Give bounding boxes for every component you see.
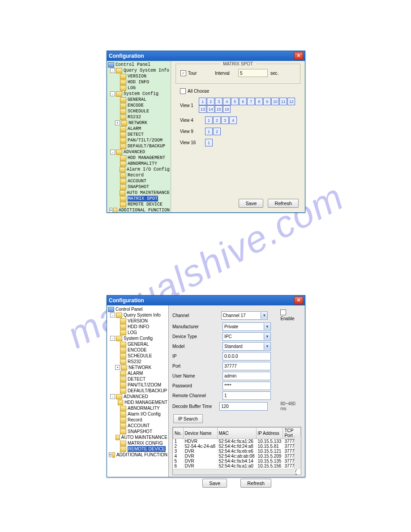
tree-item[interactable]: PAN/TILT/ZOOM [128, 382, 161, 388]
tree-item[interactable]: AUTO MAINTENANCE [121, 434, 167, 440]
tree-item[interactable]: VERSION [128, 318, 148, 324]
tree-group[interactable]: System Config [124, 335, 153, 341]
expand-icon[interactable]: - [110, 91, 115, 96]
table-row[interactable]: 5DVR52:54:4c:fa:b4:1410.15.5.13537777 [173, 459, 301, 463]
view-slot-13[interactable]: 13 [199, 105, 206, 113]
view-slot-10[interactable]: 10 [271, 98, 279, 105]
tree-item[interactable]: SNAPSHOT [128, 429, 152, 434]
tree-group[interactable]: Query System Info [124, 312, 161, 318]
table-row[interactable]: 4DVR52:54:4c:ab:ab:0810.15.5.20937777 [173, 454, 301, 459]
scrollbar-vertical[interactable] [294, 435, 301, 469]
view-slot-15[interactable]: 15 [215, 105, 223, 113]
tree-item[interactable]: NETWORK [128, 365, 151, 370]
tree-item[interactable]: SCHEDULE [128, 353, 152, 359]
view-slot-1[interactable]: 1 [199, 98, 206, 105]
tree-item[interactable]: SNAPSHOT [128, 184, 149, 190]
enable-checkbox[interactable] [280, 309, 286, 315]
view-slot-1[interactable]: 1 [205, 139, 213, 146]
tree-item[interactable]: ACCOUNT [128, 178, 146, 184]
tree-item[interactable]: SCHEDULE [128, 108, 149, 114]
ip-input[interactable] [223, 352, 271, 360]
expand-icon[interactable]: - [110, 336, 115, 341]
column-header[interactable]: MAC [217, 428, 256, 439]
ipsearch-button[interactable]: IP Search [173, 414, 203, 423]
tree-item[interactable]: GENERAL [128, 341, 149, 347]
model-select[interactable]: Standard▼ [223, 342, 271, 351]
nav-tree[interactable]: Control Panel-Query System InfoVERSIONHD… [107, 61, 171, 212]
tree-item[interactable]: DEFAULT/BACKUP [128, 388, 167, 394]
tree-group[interactable]: Query System Info [124, 68, 169, 73]
view-slot-2[interactable]: 2 [207, 98, 214, 105]
tree-item[interactable]: RS232 [128, 359, 141, 365]
view-slot-1[interactable]: 1 [205, 116, 213, 124]
column-header[interactable]: IP Address [256, 428, 283, 439]
tree-item[interactable]: LOG [128, 85, 136, 91]
view-slot-11[interactable]: 11 [279, 98, 287, 105]
table-row[interactable]: 6DVR52:54:4c:fa:a1:a010.15.5.15637777 [173, 463, 301, 468]
view-slot-16[interactable]: 16 [223, 105, 231, 113]
tree-item[interactable]: GENERAL [128, 97, 146, 103]
table-row[interactable]: 1HDVR52:54:4c:fa:a1:2610.15.5.13337777 [173, 439, 301, 444]
view-slot-4[interactable]: 4 [229, 116, 237, 124]
tree-item[interactable]: HDD INFO [128, 79, 149, 85]
expand-icon[interactable]: + [115, 120, 120, 125]
refresh-button[interactable]: Refresh [268, 199, 299, 208]
password-input[interactable] [223, 382, 271, 390]
tree-group[interactable]: ADVANCED [124, 394, 148, 399]
expand-icon[interactable]: - [110, 394, 115, 399]
tree-item[interactable]: Record [128, 172, 144, 178]
save-button[interactable]: Save [239, 199, 263, 208]
tour-checkbox[interactable]: ✓ [180, 70, 186, 76]
tree-item[interactable]: ALARM [128, 126, 141, 132]
tree-item[interactable]: LOG [128, 330, 137, 335]
view-slot-7[interactable]: 7 [247, 98, 255, 105]
table-row[interactable]: 252-54-4c-24-a852:54:4c:fd:24:a810.15.5.… [173, 444, 301, 449]
tree-item[interactable]: REMOTE DEVICE [128, 202, 163, 207]
tree-item[interactable]: HDD MANAGEMENT [128, 155, 165, 161]
tree-item[interactable]: DEFAULT/BACKUP [128, 143, 165, 149]
view-slot-6[interactable]: 6 [239, 98, 247, 105]
port-input[interactable] [223, 362, 271, 370]
manufacturer-select[interactable]: Private▼ [223, 322, 271, 331]
tree-item[interactable]: DETECT [128, 132, 144, 137]
view-slot-2[interactable]: 2 [213, 116, 221, 124]
tree-item[interactable]: Alarm I/O Config [128, 411, 161, 417]
expand-icon[interactable]: + [115, 365, 120, 370]
tree-item[interactable]: AUTO MAINTENANCE [127, 190, 170, 196]
tree-item[interactable]: HDD INFO [128, 324, 149, 330]
expand-icon[interactable]: - [110, 150, 115, 154]
tree-item[interactable]: REMOTE DEVICE [128, 446, 166, 452]
tree-group[interactable]: ADDITIONAL FUNCTION [119, 207, 170, 212]
tree-item[interactable]: ENCODE [128, 103, 144, 108]
column-header[interactable]: Device Name [183, 428, 217, 439]
tree-item[interactable]: ABNORMALITY [128, 161, 157, 167]
tree-group[interactable]: System Config [124, 91, 158, 97]
device-type-select[interactable]: IPC▼ [223, 332, 271, 341]
tree-item[interactable]: VERSION [128, 73, 146, 79]
view-slot-12[interactable]: 12 [287, 98, 295, 105]
view-slot-9[interactable]: 9 [263, 98, 271, 105]
tree-item[interactable]: DETECT [128, 376, 146, 382]
view-slot-3[interactable]: 3 [215, 98, 223, 105]
tree-item[interactable]: RS232 [128, 114, 141, 120]
save-button[interactable]: Save [202, 479, 227, 488]
expand-icon[interactable]: + [109, 208, 112, 212]
column-header[interactable]: No. [173, 428, 184, 439]
expand-icon[interactable]: + [109, 452, 112, 457]
tree-item[interactable]: PAN/TILT/ZOOM [128, 137, 163, 143]
nav-tree[interactable]: Control Panel-Query System InfoVERSIONHD… [107, 305, 169, 477]
tree-item[interactable]: ALARM [128, 370, 143, 376]
tree-group[interactable]: ADDITIONAL FUNCTION [116, 452, 167, 458]
tree-item[interactable]: HDD MANAGEMENT [124, 399, 167, 405]
view-slot-4[interactable]: 4 [223, 98, 231, 105]
decode-buffer-time-input[interactable] [219, 402, 268, 411]
tree-item[interactable]: Record [128, 417, 142, 423]
remote-channel-input[interactable] [223, 391, 271, 400]
view-slot-2[interactable]: 2 [213, 128, 221, 135]
refresh-button[interactable]: Refresh [240, 479, 271, 488]
view-slot-8[interactable]: 8 [255, 98, 263, 105]
close-icon[interactable]: × [294, 296, 303, 305]
tree-group[interactable]: ADVANCED [124, 149, 145, 155]
view-slot-5[interactable]: 5 [231, 98, 239, 105]
interval-input[interactable] [238, 69, 268, 77]
